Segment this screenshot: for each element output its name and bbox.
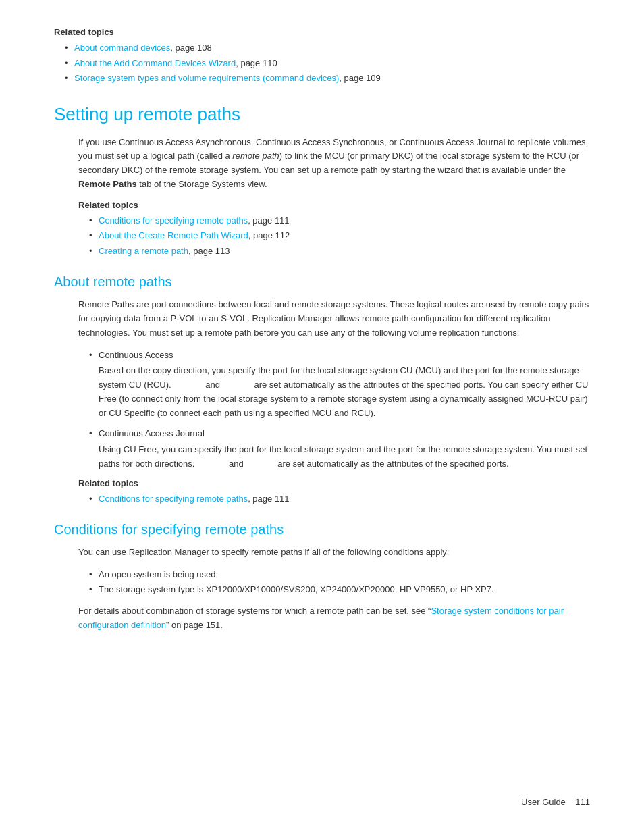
- conditions-para1: You can use Replication Manager to speci…: [78, 546, 590, 560]
- link-suffix: , page 112: [248, 230, 290, 240]
- list-item: About command devices, page 108: [65, 41, 590, 55]
- list-item: Storage system types and volume requirem…: [65, 72, 590, 85]
- link-about-command-devices[interactable]: About command devices: [74, 43, 170, 53]
- list-item: Continuous Access Based on the copy dire…: [89, 348, 590, 421]
- link-storage-system-types[interactable]: Storage system types and volume requirem…: [74, 73, 339, 83]
- page: Related topics About command devices, pa…: [0, 0, 644, 834]
- link-suffix: , page 113: [188, 246, 230, 256]
- conditions-list: An open system is being used. The storag…: [89, 568, 590, 596]
- setting-up-section: Setting up remote paths If you use Conti…: [54, 104, 590, 258]
- setting-up-heading: Setting up remote paths: [54, 104, 590, 125]
- conditions-para2: For details about combination of storage…: [78, 604, 590, 633]
- about-remote-paths-related-label: Related topics: [78, 478, 590, 488]
- setting-up-related-label: Related topics: [78, 200, 590, 210]
- conditions-body2-prefix: For details about combination of storage…: [78, 606, 431, 616]
- conditions-body2-suffix: ” on page 151.: [166, 620, 223, 630]
- link-creating-remote-path[interactable]: Creating a remote path: [99, 246, 188, 256]
- link-suffix: , page 111: [248, 215, 289, 226]
- list-item: The storage system type is XP12000/XP100…: [89, 583, 590, 596]
- footer-label: User Guide: [521, 797, 566, 807]
- link-suffix: , page 109: [339, 73, 380, 83]
- link-suffix: , page 111: [248, 494, 289, 504]
- about-remote-paths-para: Remote Paths are port connections betwee…: [78, 298, 590, 340]
- conditions-heading: Conditions for specifying remote paths: [54, 521, 590, 538]
- list-item: Conditions for specifying remote paths, …: [89, 492, 590, 506]
- link-add-command-devices-wizard[interactable]: About the Add Command Devices Wizard: [74, 58, 236, 68]
- list-item: Continuous Access Journal Using CU Free,…: [89, 427, 590, 471]
- continuous-access-journal-heading: Continuous Access Journal: [99, 427, 590, 440]
- body-text-end: tab of the Storage Systems view.: [137, 179, 267, 189]
- about-remote-paths-body: Remote Paths are port connections betwee…: [54, 298, 590, 505]
- setting-up-body: If you use Continuous Access Asynchronou…: [54, 136, 590, 258]
- continuous-access-heading: Continuous Access: [99, 348, 590, 362]
- about-remote-paths-items: Continuous Access Based on the copy dire…: [89, 348, 590, 471]
- continuous-access-journal-body: Using CU Free, you can specify the port …: [99, 443, 590, 471]
- link-create-remote-path-wizard[interactable]: About the Create Remote Path Wizard: [99, 230, 248, 240]
- link-suffix: , page 110: [236, 58, 277, 68]
- list-item: About the Create Remote Path Wizard, pag…: [89, 229, 590, 242]
- conditions-body: You can use Replication Manager to speci…: [54, 546, 590, 632]
- top-related-topics: Related topics About command devices, pa…: [54, 27, 590, 85]
- link-suffix: , page 108: [170, 43, 211, 53]
- continuous-access-body: Based on the copy direction, you specify…: [99, 364, 590, 420]
- page-footer: User Guide 111: [521, 797, 590, 807]
- list-item: Conditions for specifying remote paths, …: [89, 214, 590, 228]
- top-related-topics-label: Related topics: [54, 27, 590, 37]
- link-conditions-specifying-2[interactable]: Conditions for specifying remote paths: [99, 494, 248, 504]
- footer-page-number: 111: [575, 797, 590, 807]
- setting-up-para: If you use Continuous Access Asynchronou…: [78, 136, 590, 192]
- conditions-section: Conditions for specifying remote paths Y…: [54, 521, 590, 632]
- about-remote-paths-heading: About remote paths: [54, 273, 590, 290]
- remote-path-italic: remote path: [232, 151, 279, 161]
- list-item: An open system is being used.: [89, 568, 590, 581]
- list-item: Creating a remote path, page 113: [89, 244, 590, 258]
- top-related-topics-list: About command devices, page 108 About th…: [65, 41, 590, 85]
- list-item: About the Add Command Devices Wizard, pa…: [65, 57, 590, 70]
- about-remote-paths-section: About remote paths Remote Paths are port…: [54, 273, 590, 505]
- remote-paths-bold: Remote Paths: [78, 179, 137, 189]
- condition-item-2: The storage system type is XP12000/XP100…: [99, 584, 494, 594]
- link-conditions-specifying[interactable]: Conditions for specifying remote paths: [99, 215, 248, 226]
- setting-up-links-list: Conditions for specifying remote paths, …: [89, 214, 590, 258]
- about-remote-paths-links: Conditions for specifying remote paths, …: [89, 492, 590, 506]
- condition-item-1: An open system is being used.: [99, 569, 218, 579]
